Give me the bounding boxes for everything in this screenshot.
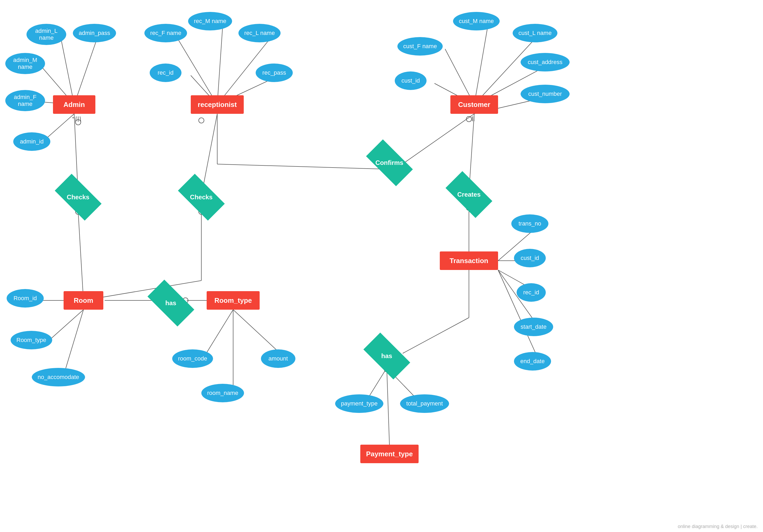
- attr-cust-address: cust_address: [521, 53, 570, 71]
- relationship-confirms: Confirms: [366, 139, 413, 186]
- attr-rec-pass: rec_pass: [256, 63, 293, 82]
- attr-no-accomodate: no_accomodate: [32, 368, 85, 387]
- attr-cust-id: cust_id: [395, 71, 427, 90]
- svg-point-56: [466, 117, 472, 122]
- diagram-container: Admin receptionist Customer Room Room_ty…: [0, 0, 763, 532]
- attr-rec-f-name: rec_F name: [144, 24, 187, 43]
- attr-trans-no: trans_no: [511, 215, 548, 233]
- svg-line-20: [78, 212, 83, 301]
- entity-admin: Admin: [53, 95, 95, 114]
- svg-line-19: [80, 117, 81, 122]
- svg-line-11: [474, 28, 488, 105]
- entity-payment-type: Payment_type: [360, 445, 419, 463]
- relationship-creates: Creates: [446, 171, 492, 218]
- attr-admin-pass: admin_pass: [73, 24, 116, 43]
- svg-line-17: [75, 117, 76, 122]
- attr-start-date: start_date: [514, 317, 553, 336]
- relationship-has2: has: [364, 333, 410, 380]
- attr-room-type-attr: Room_type: [11, 331, 52, 349]
- attr-rec-l-name: rec_L name: [239, 24, 280, 43]
- entity-customer: Customer: [450, 95, 498, 114]
- entity-room: Room: [63, 291, 103, 310]
- watermark: online diagramming & design | create.: [678, 524, 758, 529]
- entity-room-type: Room_type: [207, 291, 260, 310]
- attr-admin-id: admin_id: [13, 133, 50, 151]
- attr-total-payment: total_payment: [400, 395, 449, 413]
- svg-line-6: [217, 28, 223, 105]
- attr-rec-id2: rec_id: [517, 283, 546, 302]
- entity-receptionist: receptionist: [191, 95, 244, 114]
- attr-amount: amount: [261, 349, 295, 368]
- svg-line-5: [177, 39, 217, 105]
- attr-room-name: room_name: [201, 384, 244, 402]
- attr-payment-type-attr: payment_type: [335, 395, 383, 413]
- attr-rec-id: rec_id: [150, 63, 181, 82]
- attr-admin-f-name: admin_F name: [5, 90, 45, 111]
- entity-transaction: Transaction: [440, 251, 498, 270]
- svg-line-28: [217, 164, 395, 169]
- attr-admin-m-name: admin_M name: [5, 53, 45, 74]
- attr-cust-number: cust_number: [521, 85, 570, 103]
- relationship-checks2: Checks: [178, 174, 225, 221]
- svg-line-0: [61, 39, 74, 105]
- svg-line-29: [395, 114, 474, 169]
- svg-line-33: [47, 310, 83, 343]
- attr-cust-id2: cust_id: [514, 249, 546, 267]
- attr-room-code: room_code: [172, 349, 213, 368]
- relationship-has1: has: [148, 280, 194, 327]
- attr-admin-l-name: admin_L name: [27, 24, 66, 45]
- attr-rec-m-name: rec_M name: [188, 12, 232, 31]
- svg-line-48: [403, 317, 469, 353]
- attr-room-id: Room_id: [7, 289, 44, 308]
- attr-cust-l-name: cust_L name: [513, 24, 557, 43]
- relationship-checks1: Checks: [55, 174, 102, 221]
- svg-point-54: [199, 118, 204, 123]
- attr-cust-f-name: cust_F name: [397, 37, 443, 55]
- svg-point-52: [75, 120, 81, 125]
- attr-end-date: end_date: [514, 352, 551, 371]
- svg-line-49: [387, 369, 389, 445]
- attr-cust-m-name: cust_M name: [453, 12, 500, 31]
- svg-line-3: [74, 36, 98, 105]
